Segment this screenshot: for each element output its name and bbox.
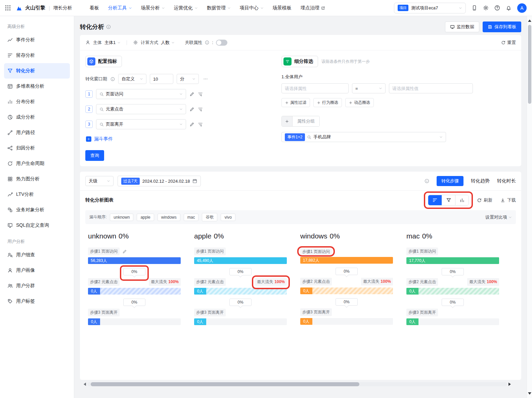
- tab-conversion-trend[interactable]: 转化趋势: [471, 178, 490, 184]
- subject-select[interactable]: 主体1: [104, 40, 121, 46]
- conversion-callout: 0%: [123, 268, 145, 275]
- scroll-down-arrow[interactable]: [528, 392, 531, 396]
- nav-item-analysis-tools[interactable]: 分析工具: [108, 5, 132, 11]
- info-icon[interactable]: [106, 25, 111, 29]
- sidebar-item-retention-analysis[interactable]: 留存分析: [4, 48, 70, 63]
- apps-grid-icon[interactable]: [5, 5, 10, 10]
- edit-icon[interactable]: [122, 249, 127, 254]
- nav-item-data-management[interactable]: 数据管理: [207, 5, 231, 11]
- sidebar-item-user-path[interactable]: 用户路径: [4, 125, 70, 140]
- order-tag-windows[interactable]: windows: [158, 214, 180, 221]
- sidebar-item-user-segment[interactable]: 用户分群: [4, 278, 70, 294]
- save-to-dashboard-button[interactable]: 保存到看板: [483, 21, 521, 32]
- step2-event-select[interactable]: 元素点击: [96, 104, 186, 114]
- plus-icon[interactable]: [282, 116, 293, 126]
- mobile-device-icon[interactable]: [472, 5, 477, 11]
- sidebar-item-composition-analysis[interactable]: 成分分析: [4, 109, 70, 125]
- help-icon[interactable]: [494, 5, 500, 11]
- sidebar-item-distribution-analysis[interactable]: 分布分析: [4, 94, 70, 109]
- sidebar-item-user-tag[interactable]: 用户标签: [4, 294, 70, 309]
- add-filter-icon[interactable]: [198, 92, 203, 97]
- tab-conversion-steps[interactable]: 转化步骤: [437, 176, 463, 186]
- edit-icon[interactable]: [189, 122, 194, 127]
- sidebar-item-event-analysis[interactable]: 事件分析: [4, 32, 70, 48]
- monitor-data-button[interactable]: 监控数据: [445, 21, 479, 32]
- nav-item-scene-analysis[interactable]: 场景分析: [141, 5, 165, 11]
- scroll-up-arrow[interactable]: [528, 18, 531, 22]
- sidebar-item-heatmap-analysis[interactable]: 热力图分析: [4, 171, 70, 187]
- user-avatar[interactable]: A: [517, 3, 527, 13]
- step2-bar: 0人: [406, 288, 499, 295]
- query-button[interactable]: 查询: [85, 150, 104, 161]
- vertical-scroll-thumb[interactable]: [528, 25, 531, 104]
- sidebar-item-attribution-analysis[interactable]: 归因分析: [4, 140, 70, 156]
- brand-logo[interactable]: 火山引擎 | 增长分析: [16, 5, 72, 11]
- sidebar-item-user-inspection[interactable]: 用户细查: [4, 247, 70, 263]
- sidebar-item-multidim-table[interactable]: 多维表格分析: [4, 79, 70, 94]
- nav-item-operation[interactable]: 运营优化: [174, 5, 198, 11]
- funnel-view-button[interactable]: [442, 195, 455, 205]
- search-icon: [307, 135, 311, 139]
- bell-icon[interactable]: [506, 5, 512, 11]
- compare-settings-button[interactable]: 设置对比项: [485, 214, 512, 220]
- horizontal-bars-view-button[interactable]: [428, 195, 442, 205]
- order-tag-apple[interactable]: apple: [137, 214, 154, 221]
- add-behavior-filter-button[interactable]: 行为圈选: [313, 98, 342, 107]
- edit-icon[interactable]: [189, 92, 194, 97]
- nav-item-project-center[interactable]: 项目中心: [240, 5, 264, 11]
- order-tag-mac[interactable]: mac: [184, 214, 199, 221]
- granularity-select[interactable]: 天级: [85, 176, 114, 186]
- related-attr-toggle[interactable]: [216, 40, 227, 46]
- horizontal-scroll-track[interactable]: [87, 382, 507, 386]
- sidebar-item-business-object-analysis[interactable]: 业务对象分析: [4, 202, 70, 218]
- refresh-button[interactable]: 刷新: [477, 197, 492, 203]
- gear-icon[interactable]: [483, 5, 489, 11]
- info-icon[interactable]: [425, 179, 429, 183]
- nav-item-dashboard[interactable]: 看板: [90, 5, 99, 11]
- add-attribute-filter-button[interactable]: 属性过滤: [281, 98, 310, 107]
- step3-label: 步骤3 页面离开: [300, 308, 332, 316]
- sidebar-item-sql-query[interactable]: SQL自定义查询: [4, 218, 70, 233]
- sidebar-item-ltv-analysis[interactable]: LTV分析: [4, 187, 70, 202]
- step1-event-select[interactable]: 页面访问: [96, 89, 186, 99]
- step3-event-select[interactable]: 页面离开: [96, 119, 186, 129]
- more-options-icon[interactable]: [202, 77, 209, 81]
- info-icon[interactable]: [110, 77, 115, 81]
- attribute-group-button[interactable]: 属性分组: [281, 116, 320, 127]
- attribute-input[interactable]: [281, 83, 349, 93]
- add-funnel-event-button[interactable]: 漏斗事件: [86, 136, 273, 142]
- info-icon[interactable]: [205, 40, 209, 45]
- add-filter-icon[interactable]: [198, 107, 203, 112]
- nav-item-tracking-governance[interactable]: 埋点治理: [301, 5, 325, 11]
- column-chart-view-button[interactable]: [455, 195, 469, 205]
- reset-button[interactable]: 重置: [501, 40, 516, 46]
- window-mode-select[interactable]: 自定义: [118, 74, 146, 84]
- vertical-scroll-track[interactable]: [527, 23, 532, 391]
- chevron-down-icon: [260, 6, 264, 10]
- download-button[interactable]: 下载: [500, 197, 516, 203]
- window-unit-select[interactable]: 分: [177, 74, 199, 84]
- sidebar-item-funnel-analysis[interactable]: 转化分析: [4, 63, 70, 79]
- horizontal-scroll-thumb[interactable]: [91, 382, 359, 386]
- project-select[interactable]: 项目 测试项目eca7: [394, 3, 466, 13]
- order-tag-vivo[interactable]: vivo: [221, 214, 235, 221]
- sidebar-item-user-profile[interactable]: 用户画像: [4, 263, 70, 278]
- sidebar-item-user-lifecycle[interactable]: 用户生命周期: [4, 156, 70, 171]
- add-dynamic-filter-button[interactable]: 动态圈选: [345, 98, 374, 107]
- add-filter-icon[interactable]: [198, 122, 203, 127]
- attribute-value-input[interactable]: [389, 83, 473, 93]
- tab-conversion-duration[interactable]: 转化时长: [497, 178, 516, 184]
- order-tag-unknown[interactable]: unknown: [110, 214, 133, 221]
- step2-label: 步骤2 元素点击: [300, 278, 332, 285]
- order-tag-google[interactable]: 谷歌: [202, 213, 217, 221]
- operator-select[interactable]: =: [352, 83, 386, 93]
- scroll-right-arrow[interactable]: [508, 383, 513, 386]
- calc-method-select[interactable]: 人数: [161, 40, 175, 46]
- group-field-select[interactable]: 事件1+2 手机品牌: [281, 132, 446, 142]
- user-search-icon: [7, 252, 13, 258]
- edit-icon[interactable]: [189, 107, 194, 112]
- window-value-input[interactable]: [150, 74, 173, 84]
- nav-item-scene-templates[interactable]: 场景模板: [273, 5, 292, 11]
- scroll-left-arrow[interactable]: [82, 383, 86, 386]
- date-range-picker[interactable]: 过去7天 2024.02.12 - 2024.02.18: [118, 176, 201, 186]
